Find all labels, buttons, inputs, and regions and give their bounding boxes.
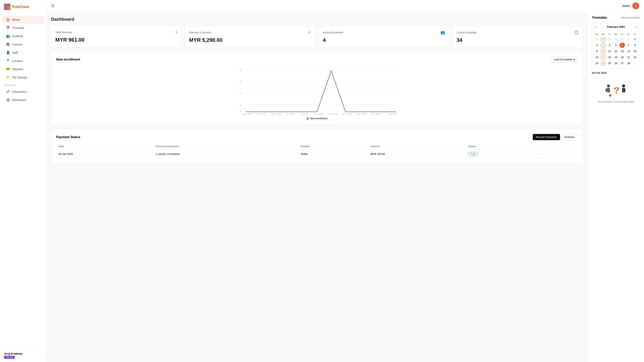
cal-day[interactable]: 28 (607, 37, 612, 42)
app-name: PokiClass (12, 5, 30, 9)
active-enrollment-value: 4 (323, 37, 445, 43)
plan-badge: Ultimate (4, 356, 15, 359)
prev-month-button[interactable]: ‹ (595, 25, 596, 28)
cal-day[interactable]: 18 (607, 55, 612, 60)
course-schedule-value: 34 (457, 37, 579, 43)
cal-day[interactable]: 22 (632, 55, 638, 60)
calendar-nav: ‹ February 2025 › (592, 23, 640, 30)
sidebar-item-location[interactable]: 📍 Location (2, 57, 44, 65)
cal-day[interactable]: 27 (620, 61, 625, 66)
cal-day[interactable]: 9 (594, 49, 600, 54)
calendar-grid: Su Mo Tu We Th Fr Sa 26 27 28 29 30 (592, 30, 640, 68)
cal-day[interactable]: 23 (594, 61, 600, 66)
total-revenue-label: Total Revenue (55, 31, 72, 34)
cal-day[interactable]: 1 (632, 61, 638, 66)
overdue-payments-value: MYR 5,290.00 (189, 37, 311, 43)
svg-point-32 (609, 94, 612, 97)
cal-day[interactable]: 30 (620, 37, 625, 42)
sidebar-toggle-icon[interactable]: ☰ (51, 3, 54, 8)
payment-amount: MYR 100.00 (368, 150, 466, 158)
right-panel: Timetable Advanced Search ‹ February 202… (588, 12, 644, 362)
cal-day[interactable]: 17 (600, 55, 606, 60)
col-student: Student (298, 143, 368, 150)
next-month-button[interactable]: › (636, 25, 637, 28)
overdue-icon: ⚙ (308, 30, 311, 34)
cal-day[interactable]: 26 (613, 61, 618, 66)
cal-day[interactable]: 7 (626, 43, 631, 48)
payment-sessions: 1 course, 4 sessions (153, 150, 298, 158)
cal-day[interactable]: 1 (632, 37, 638, 42)
cal-day[interactable]: 14 (626, 49, 631, 54)
sidebar-item-courses[interactable]: 📚 Courses (2, 40, 44, 48)
chart-filter-button[interactable]: Last 12 months ▾ (551, 56, 578, 62)
cal-day[interactable]: 12 (613, 49, 618, 54)
sidebar-item-home[interactable]: 🏠 Home (2, 16, 44, 23)
cal-day[interactable]: 16 (594, 55, 600, 60)
svg-text:Dec 2024: Dec 2024 (371, 113, 380, 115)
dow-sa: Sa (632, 32, 638, 36)
sidebar-label-timetable: Timetable (12, 26, 24, 29)
cal-day-today[interactable]: 3 (600, 43, 606, 48)
no-schedule-illustration: ? (604, 82, 628, 98)
cal-day[interactable]: 15 (632, 49, 638, 54)
svg-rect-26 (607, 88, 610, 92)
dow-fr: Fr (626, 32, 632, 36)
avatar[interactable]: J (632, 2, 639, 9)
cal-day[interactable]: 8 (632, 43, 638, 48)
sidebar-item-timetable[interactable]: 📅 Timetable (2, 24, 44, 32)
sidebar-item-integrations[interactable]: 🔗 Integrations (2, 88, 44, 95)
sidebar-item-students[interactable]: 👥 Students (2, 32, 44, 40)
cal-day[interactable]: 5 (613, 43, 618, 48)
cal-day[interactable]: 27 (600, 37, 606, 42)
academy-expand-icon[interactable]: ⌃ (40, 354, 42, 357)
no-schedule-text: No schedule found on this date (598, 100, 634, 103)
tab-recent-payments[interactable]: Recent Payments (533, 134, 560, 140)
revenue-icon: $ (175, 30, 177, 34)
cal-day[interactable]: 4 (607, 43, 612, 48)
cal-day[interactable]: 19 (613, 55, 618, 60)
sidebar-item-payment[interactable]: 💳 Payment (2, 65, 44, 73)
advanced-search-link[interactable]: Advanced Search (621, 16, 640, 19)
status-badge: Paid (468, 152, 478, 156)
tab-overdue[interactable]: Overdue (561, 134, 578, 140)
sidebar-label-home: Home (12, 18, 20, 21)
payment-section-title: Payment Status (56, 135, 80, 139)
cal-day[interactable]: 25 (607, 61, 612, 66)
svg-text:Feb 2025: Feb 2025 (388, 113, 398, 115)
cal-day[interactable]: 31 (626, 37, 631, 42)
sidebar-item-staff[interactable]: 👤 Staff (2, 49, 44, 56)
chart-legend: New Enrollment (56, 117, 578, 120)
chart-filter-label: Last 12 months (554, 58, 572, 61)
more-options-button[interactable]: ⋯ (540, 152, 543, 156)
svg-text:Nov 2024: Nov 2024 (357, 113, 366, 115)
cal-day[interactable]: 21 (626, 55, 631, 60)
svg-point-29 (622, 84, 625, 87)
svg-text:8: 8 (240, 68, 241, 71)
timetable-panel-title: Timetable (592, 16, 607, 19)
svg-rect-2 (4, 7, 7, 10)
col-date: Date (56, 143, 153, 150)
cal-day[interactable]: 13 (620, 49, 625, 54)
stat-card-course-schedule: Course Schedule 📋 34 (452, 26, 583, 47)
cal-day[interactable]: 26 (594, 37, 600, 42)
sidebar-item-workspace[interactable]: ⚙️ Workspace (2, 96, 44, 104)
schedule-icon: 📋 (574, 30, 578, 34)
sidebar-item-file-storage[interactable]: 📁 File Storage (2, 73, 44, 81)
cal-day[interactable]: 10 (600, 49, 606, 54)
timetable-icon: 📅 (6, 26, 10, 30)
cal-day[interactable]: 11 (607, 49, 612, 54)
svg-rect-31 (624, 88, 625, 92)
payment-table: Date Courses & Sessions Student Amount S… (56, 143, 578, 158)
payment-tabs: Recent Payments Overdue (533, 134, 578, 140)
cal-day[interactable]: 20 (620, 55, 625, 60)
stat-cards: Total Revenue $ MYR 961.00 Overdue Payme… (51, 26, 583, 47)
cal-day[interactable]: 24 (600, 61, 606, 66)
cal-day[interactable]: 2 (594, 43, 600, 48)
cal-day-selected[interactable]: 6 (620, 43, 625, 48)
cal-day[interactable]: 28 (626, 61, 631, 66)
payment-icon: 💳 (6, 67, 10, 71)
cal-day[interactable]: 29 (613, 37, 618, 42)
app-logo[interactable]: PokiClass (0, 0, 46, 14)
sidebar: PokiClass 🏠 Home 📅 Timetable 👥 Students … (0, 0, 46, 362)
payment-student: Tester (298, 150, 368, 158)
